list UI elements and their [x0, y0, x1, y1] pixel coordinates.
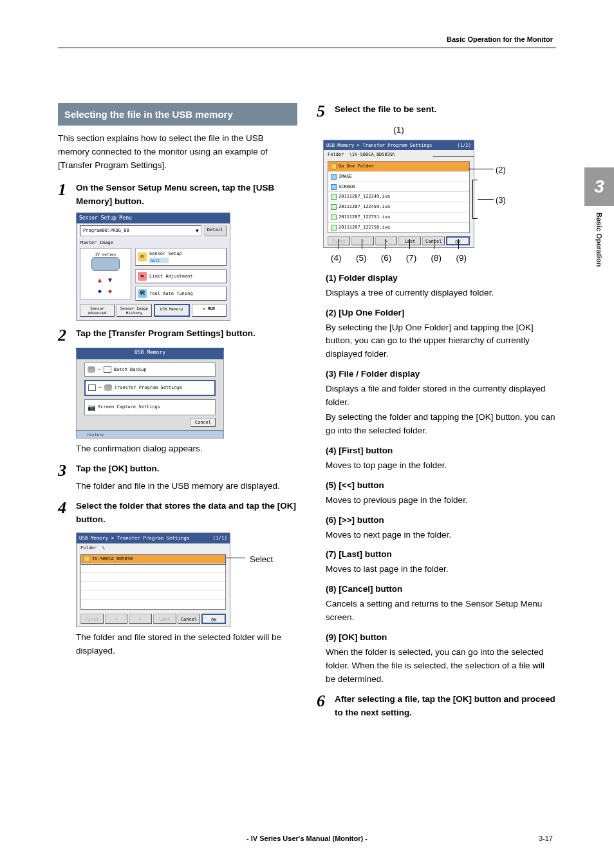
ssB-transfer-button[interactable]: → Transfer Program Settings	[84, 380, 216, 395]
step-1: 1 On the Sensor Setup Menu screen, tap t…	[58, 182, 297, 209]
cylinder-icon	[104, 384, 112, 391]
anno-3-head: (3) File / Folder display	[326, 368, 556, 381]
screenshot-folder-select: USB Memory > Transfer Program Settings(1…	[76, 533, 230, 627]
ssA-navi-label: NAVI	[149, 258, 169, 263]
side-tab-label: Basic Operation	[595, 212, 603, 267]
side-tab: 3 Basic Operation	[584, 167, 614, 267]
ssD-next-button[interactable]: >	[375, 236, 398, 245]
ssA-limit-label: Limit Adjustment	[149, 273, 192, 280]
ssA-limit-button[interactable]: ⇆ Limit Adjustment	[135, 269, 227, 283]
callout-4: (4)	[331, 252, 342, 265]
section-title: Selecting the file in the USB memory	[58, 103, 297, 126]
right-column: 5 Select the file to be sent. (1) USB Me…	[317, 103, 556, 724]
step-3-text: Tap the [OK] button.	[76, 462, 297, 476]
ssC-last-button[interactable]: Last	[153, 614, 176, 624]
callout-9: (9)	[456, 252, 467, 265]
ssA-program-dropdown[interactable]: Program00:PROG_00	[80, 225, 201, 236]
wrench-icon: 🛠	[138, 289, 147, 298]
ssC-next-button[interactable]: >	[129, 614, 152, 624]
step-4-num: 4	[58, 500, 71, 527]
list-item	[81, 600, 225, 609]
anno-5-body: Moves to previous page in the folder.	[326, 494, 556, 507]
ssA-sensor-adv-button[interactable]: Sensor Advanced	[80, 304, 115, 317]
ssD-up-folder-row[interactable]: Up One Folder	[328, 162, 469, 172]
anno-9-body: When the folder is selected, you can go …	[326, 646, 556, 686]
ssC-prev-button[interactable]: <	[105, 614, 128, 624]
folder-up-icon	[331, 164, 337, 169]
box-icon	[104, 366, 111, 373]
ssC-folder-path: \	[102, 545, 105, 551]
ssC-folder-row[interactable]: IV-500CA_0D5038	[81, 555, 225, 564]
header-rule	[58, 47, 556, 48]
ssC-title: USB Memory > Transfer Program Settings	[79, 534, 190, 542]
ssA-tool-label: Tool Auto Tuning	[149, 290, 192, 297]
ssA-usb-button[interactable]: USB Memory	[154, 304, 190, 317]
ssD-folder-path: \IV-500CA_0D5038\	[349, 152, 396, 157]
anno-7-head: (7) [Last] button	[326, 548, 556, 561]
ssD-file-row[interactable]: 20111207_122751.iva	[328, 212, 469, 223]
sensor-icon	[91, 257, 120, 271]
ssC-page: (1/1)	[212, 534, 227, 542]
step-4-sub: The folder and file stored in the select…	[76, 631, 297, 658]
step-2: 2 Tap the [Transfer Program Settings] bu…	[58, 327, 297, 344]
ssB-capture-label: Screen Capture Settings	[98, 404, 160, 411]
anno-4-body: Moves to top page in the folder.	[326, 459, 556, 473]
ssA-history-button[interactable]: Sensor Image History	[116, 304, 151, 317]
file-icon	[331, 204, 337, 210]
ssD-file-row[interactable]: 20111207_122459.iva	[328, 202, 469, 212]
screenshot-sensor-setup: Sensor Setup Menu Program00:PROG_00 Deta…	[76, 212, 230, 321]
step-2-num: 2	[58, 327, 71, 344]
ssA-master-image: IV series ▲ ▼ ◆ ◆	[80, 248, 131, 299]
intro-text: This section explains how to select the …	[58, 132, 297, 173]
ssA-sensor-setup-button[interactable]: ⚙ Sensor Setup NAVI	[135, 248, 227, 266]
ssD-title: USB Memory > Transfer Program Settings	[326, 142, 432, 149]
camera-icon: 📷	[88, 402, 95, 413]
ssC-ok-button[interactable]: OK	[201, 614, 226, 624]
ssC-folder-label: Folder	[80, 545, 97, 551]
ssA-ivseries-label: IV series	[95, 251, 116, 257]
ssA-master-label: Master Image	[77, 238, 230, 248]
step-5-text: Select the file to be sent.	[335, 103, 556, 120]
gear-icon: ⚙	[138, 252, 147, 261]
ssB-batch-label: Batch Backup	[114, 366, 147, 373]
list-item	[81, 573, 225, 582]
ssD-image-row[interactable]: IMAGE	[328, 172, 469, 182]
step-3-num: 3	[58, 462, 71, 493]
box-icon	[88, 384, 96, 391]
anno-6-body: Moves to next page in the folder.	[326, 529, 556, 542]
ssB-transfer-label: Transfer Program Settings	[115, 384, 182, 392]
ssD-file3: 20111207_122751.iva	[339, 214, 390, 221]
callout-2: (2)	[496, 164, 506, 176]
ssC-row1: IV-500CA_0D5038	[92, 556, 133, 563]
step-5-num: 5	[317, 103, 330, 120]
ssB-cancel-button[interactable]: Cancel	[191, 418, 216, 427]
step-2-text: Tap the [Transfer Program Settings] butt…	[76, 327, 297, 344]
folder-icon	[331, 174, 337, 180]
ssB-capture-button[interactable]: 📷 Screen Capture Settings	[84, 399, 216, 416]
anno-1-body: Displays a tree of currently displayed f…	[326, 287, 556, 300]
ssD-prev-button[interactable]: <	[351, 236, 374, 245]
callout-1: (1)	[323, 124, 474, 137]
arrows-icon-2: ◆ ◆	[98, 286, 113, 296]
anno-2-body: By selecting the [Up One Folder] and tap…	[326, 321, 556, 362]
step-5: 5 Select the file to be sent.	[317, 103, 556, 120]
ssD-file-row[interactable]: 20111207_122249.iva	[328, 192, 469, 202]
file-icon	[331, 225, 337, 231]
ssD-screen-row[interactable]: SCREEN	[328, 182, 469, 193]
page-number: 3-17	[539, 835, 553, 842]
anno-1-head: (1) Folder display	[326, 272, 556, 285]
folder-icon	[84, 556, 90, 562]
list-item	[81, 564, 225, 573]
ssC-first-button[interactable]: First	[80, 614, 104, 624]
ssA-tool-button[interactable]: 🛠 Tool Auto Tuning	[135, 287, 227, 301]
ssA-setup-label: Sensor Setup	[149, 250, 182, 258]
anno-3-body2: By selecting the folder and tapping the …	[326, 411, 556, 438]
ssD-file-row[interactable]: 20111207_122758.iva	[328, 223, 469, 232]
ssB-batch-button[interactable]: → Batch Backup	[84, 363, 216, 377]
ssA-detail-button[interactable]: Detail	[204, 225, 227, 236]
step-2-sub: The confirmation dialog appears.	[76, 442, 297, 456]
ssA-run-button[interactable]: ▶ RUN	[192, 304, 227, 317]
header-right: Basic Operation for the Monitor	[447, 35, 553, 43]
list-item	[81, 582, 225, 591]
ssC-cancel-button[interactable]: Cancel	[178, 614, 201, 624]
